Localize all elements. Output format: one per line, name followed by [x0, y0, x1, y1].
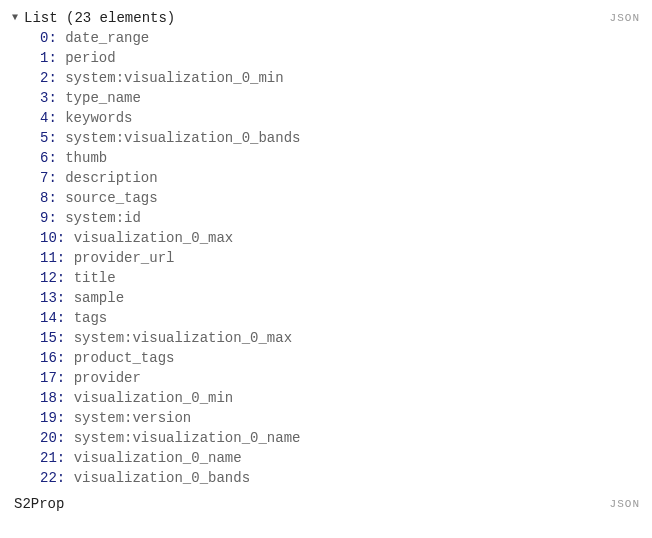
item-separator: : [48, 30, 65, 46]
item-separator: : [57, 350, 74, 366]
list-item[interactable]: 22: visualization_0_bands [12, 468, 640, 488]
item-separator: : [48, 50, 65, 66]
item-index: 15 [40, 330, 57, 346]
list-header-left: ▼ List (23 elements) [12, 8, 175, 28]
item-value: system:id [65, 210, 141, 226]
item-value: system:version [74, 410, 192, 426]
item-separator: : [57, 330, 74, 346]
list-item[interactable]: 15: system:visualization_0_max [12, 328, 640, 348]
item-value: type_name [65, 90, 141, 106]
list-item[interactable]: 18: visualization_0_min [12, 388, 640, 408]
item-separator: : [48, 190, 65, 206]
list-item[interactable]: 19: system:version [12, 408, 640, 428]
list-item[interactable]: 3: type_name [12, 88, 640, 108]
item-separator: : [48, 150, 65, 166]
item-separator: : [48, 130, 65, 146]
item-separator: : [57, 450, 74, 466]
list-item[interactable]: 6: thumb [12, 148, 640, 168]
item-value: date_range [65, 30, 149, 46]
list-item[interactable]: 1: period [12, 48, 640, 68]
item-separator: : [57, 270, 74, 286]
item-separator: : [48, 170, 65, 186]
item-index: 17 [40, 370, 57, 386]
list-item[interactable]: 16: product_tags [12, 348, 640, 368]
item-separator: : [57, 430, 74, 446]
item-separator: : [57, 470, 74, 486]
item-value: system:visualization_0_bands [65, 130, 300, 146]
item-value: period [65, 50, 115, 66]
item-index: 10 [40, 230, 57, 246]
item-index: 16 [40, 350, 57, 366]
item-value: system:visualization_0_name [74, 430, 301, 446]
item-value: visualization_0_name [74, 450, 242, 466]
footer-label: S2Prop [12, 494, 64, 514]
item-separator: : [57, 250, 74, 266]
list-item[interactable]: 5: system:visualization_0_bands [12, 128, 640, 148]
item-index: 14 [40, 310, 57, 326]
item-separator: : [57, 390, 74, 406]
collapse-toggle-icon[interactable]: ▼ [12, 8, 22, 28]
item-index: 18 [40, 390, 57, 406]
item-separator: : [57, 310, 74, 326]
list-type-label: List [24, 8, 58, 28]
item-separator: : [57, 290, 74, 306]
item-index: 12 [40, 270, 57, 286]
list-count-label: (23 elements) [66, 8, 175, 28]
item-separator: : [57, 230, 74, 246]
item-index: 13 [40, 290, 57, 306]
item-value: sample [74, 290, 124, 306]
list-item[interactable]: 13: sample [12, 288, 640, 308]
item-value: source_tags [65, 190, 157, 206]
item-value: visualization_0_min [74, 390, 234, 406]
item-index: 20 [40, 430, 57, 446]
item-value: description [65, 170, 157, 186]
item-value: provider [74, 370, 141, 386]
list-item[interactable]: 20: system:visualization_0_name [12, 428, 640, 448]
item-index: 22 [40, 470, 57, 486]
item-value: visualization_0_bands [74, 470, 250, 486]
list-item[interactable]: 4: keywords [12, 108, 640, 128]
item-value: tags [74, 310, 108, 326]
item-value: title [74, 270, 116, 286]
list-item[interactable]: 17: provider [12, 368, 640, 388]
item-index: 21 [40, 450, 57, 466]
item-value: keywords [65, 110, 132, 126]
item-index: 19 [40, 410, 57, 426]
list-item[interactable]: 12: title [12, 268, 640, 288]
list-item[interactable]: 10: visualization_0_max [12, 228, 640, 248]
json-button[interactable]: JSON [610, 8, 640, 28]
json-button-footer[interactable]: JSON [610, 494, 640, 514]
item-value: thumb [65, 150, 107, 166]
list-item[interactable]: 8: source_tags [12, 188, 640, 208]
item-separator: : [48, 90, 65, 106]
footer-row[interactable]: S2Prop JSON [12, 494, 640, 514]
item-value: system:visualization_0_min [65, 70, 283, 86]
item-value: visualization_0_max [74, 230, 234, 246]
list-item[interactable]: 2: system:visualization_0_min [12, 68, 640, 88]
item-separator: : [48, 70, 65, 86]
list-item[interactable]: 0: date_range [12, 28, 640, 48]
list-item[interactable]: 14: tags [12, 308, 640, 328]
item-value: provider_url [74, 250, 175, 266]
list-item[interactable]: 11: provider_url [12, 248, 640, 268]
list-items-container: 0: date_range1: period2: system:visualiz… [12, 28, 640, 488]
item-value: system:visualization_0_max [74, 330, 292, 346]
item-separator: : [48, 210, 65, 226]
item-separator: : [48, 110, 65, 126]
item-index: 11 [40, 250, 57, 266]
item-separator: : [57, 370, 74, 386]
list-item[interactable]: 7: description [12, 168, 640, 188]
item-separator: : [57, 410, 74, 426]
list-item[interactable]: 21: visualization_0_name [12, 448, 640, 468]
item-value: product_tags [74, 350, 175, 366]
list-item[interactable]: 9: system:id [12, 208, 640, 228]
list-header[interactable]: ▼ List (23 elements) JSON [12, 8, 640, 28]
